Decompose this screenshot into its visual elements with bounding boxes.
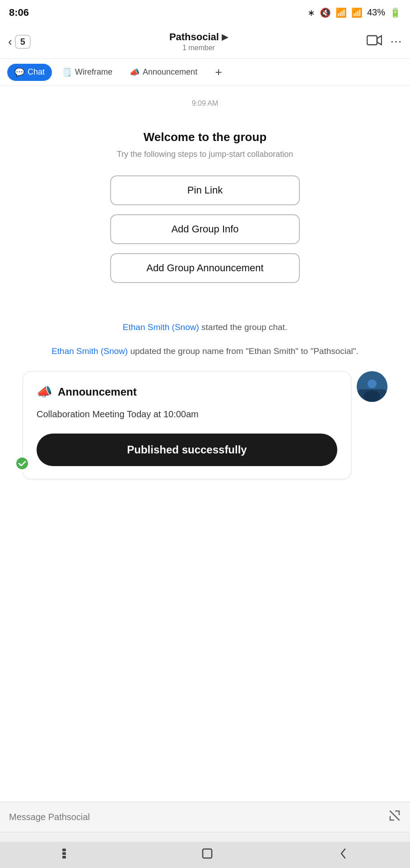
time-label: 9:09 AM [18, 99, 392, 108]
nav-back-icon[interactable] [339, 847, 348, 863]
add-tab-button[interactable]: + [210, 64, 227, 81]
svg-rect-19 [62, 856, 66, 859]
back-arrow-icon: ‹ [8, 35, 12, 49]
system-message-started: Ethan Smith (Snow) started the group cha… [18, 321, 392, 334]
input-bar [0, 802, 410, 832]
header: ‹ 5 Pathsocial ▶ 1 member ⋯ [0, 25, 410, 59]
mute-icon: 🔇 [320, 7, 331, 18]
svg-rect-5 [357, 389, 387, 402]
avatar [357, 371, 387, 402]
nav-bar [0, 842, 410, 868]
check-icon-wrapper [14, 455, 31, 472]
announcement-header: 📣 Announcement [37, 384, 337, 399]
announcement-card-body: Collaboration Meeting Today at 10:00am [37, 407, 337, 421]
svg-point-1 [16, 457, 28, 470]
welcome-subtitle: Try the following steps to jump-start co… [18, 150, 392, 159]
tab-chat[interactable]: 💬 Chat [7, 64, 52, 81]
svg-point-3 [368, 379, 377, 388]
status-bar: 8:06 ∗ 🔇 📶 📶 43% 🔋 [0, 0, 410, 25]
svg-rect-0 [367, 36, 377, 45]
main-content: 9:09 AM Welcome to the group Try the fol… [0, 86, 410, 588]
check-icon [14, 455, 31, 472]
back-button[interactable]: ‹ 5 [8, 35, 31, 49]
system-text-updated: updated the group name from "Ethan Smith… [128, 346, 359, 356]
status-icons: ∗ 🔇 📶 📶 43% 🔋 [308, 7, 401, 18]
wireframe-tab-label: Wireframe [75, 67, 112, 77]
user-link-updated[interactable]: Ethan Smith (Snow) [51, 346, 128, 356]
welcome-title: Welcome to the group [18, 130, 392, 144]
bluetooth-icon: ∗ [308, 7, 315, 18]
announcement-card: 📣 Announcement Collaboration Meeting Tod… [23, 371, 351, 479]
status-time: 8:06 [9, 7, 29, 19]
svg-rect-17 [62, 849, 66, 851]
video-call-button[interactable] [367, 34, 382, 50]
announcement-tab-icon: 📣 [130, 67, 140, 77]
member-count: 1 member [31, 44, 367, 52]
announcement-card-title: Announcement [58, 386, 137, 398]
add-group-announcement-button[interactable]: Add Group Announcement [110, 253, 300, 283]
chat-title[interactable]: Pathsocial ▶ [31, 31, 367, 43]
chat-tab-icon: 💬 [14, 67, 24, 77]
expand-icon[interactable] [388, 809, 401, 825]
svg-rect-20 [203, 849, 212, 858]
header-left: ‹ 5 [8, 35, 31, 49]
title-text: Pathsocial [169, 31, 219, 43]
tab-wireframe[interactable]: 🗒️ Wireframe [55, 64, 120, 81]
header-right: ⋯ [367, 34, 402, 50]
announcement-card-wrapper: 📣 Announcement Collaboration Meeting Tod… [18, 371, 392, 479]
header-center: Pathsocial ▶ 1 member [31, 31, 367, 52]
more-options-button[interactable]: ⋯ [390, 35, 402, 49]
system-text-started: started the group chat. [199, 322, 287, 332]
chat-tab-label: Chat [28, 67, 45, 77]
announcement-tab-label: Announcement [143, 67, 197, 77]
announcement-card-icon: 📣 [37, 384, 52, 399]
published-button[interactable]: Published successfully [37, 434, 337, 466]
tab-announcement[interactable]: 📣 Announcement [122, 64, 205, 81]
pin-link-button[interactable]: Pin Link [110, 175, 300, 205]
nav-menu-icon[interactable] [62, 849, 76, 861]
signal-icon: 📶 [351, 7, 363, 18]
user-link-started[interactable]: Ethan Smith (Snow) [123, 322, 199, 332]
tabs-bar: 💬 Chat 🗒️ Wireframe 📣 Announcement + [0, 59, 410, 86]
wifi-icon: 📶 [335, 7, 347, 18]
wireframe-tab-icon: 🗒️ [62, 67, 72, 77]
add-group-info-button[interactable]: Add Group Info [110, 214, 300, 244]
title-arrow-icon: ▶ [222, 32, 228, 42]
welcome-section: Welcome to the group Try the following s… [18, 121, 392, 310]
system-message-updated: Ethan Smith (Snow) updated the group nam… [18, 345, 392, 358]
message-input[interactable] [9, 812, 382, 822]
battery-percent: 43% [367, 7, 385, 18]
back-badge: 5 [15, 35, 31, 49]
battery-icon: 🔋 [390, 7, 401, 18]
svg-rect-18 [62, 852, 66, 855]
nav-home-icon[interactable] [201, 847, 214, 863]
